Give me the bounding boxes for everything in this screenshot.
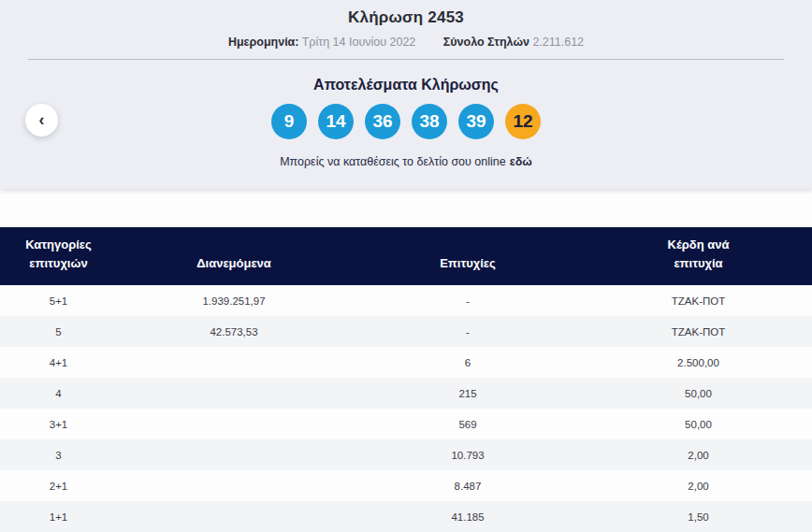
winners-cell: -	[351, 285, 585, 316]
prize-cell: 1,50	[585, 501, 812, 532]
prize-cell: 50,00	[585, 378, 812, 409]
table-row: 3 10.793 2,00	[0, 439, 812, 470]
number-ball: 36	[365, 104, 400, 139]
prize-cell: 50,00	[585, 409, 812, 439]
results-heading: Αποτελέσματα Κλήρωσης	[0, 77, 812, 93]
draw-summary-section: Κλήρωση 2453 Ημερομηνία: Τρίτη 14 Ιουνίο…	[0, 0, 812, 189]
date-value: Τρίτη 14 Ιουνίου 2022	[302, 36, 416, 49]
prize-categories-table: Κατηγορίες επιτυχιών Διανεμόμενα Επιτυχί…	[0, 227, 812, 532]
winners-cell: 569	[351, 409, 585, 439]
number-ball: 39	[458, 104, 494, 139]
category-cell: 5	[0, 316, 117, 347]
column-header-winners: Επιτυχίες	[351, 227, 585, 285]
winners-cell: -	[351, 316, 585, 347]
column-header-distributed: Διανεμόμενα	[117, 227, 351, 285]
distributed-cell	[117, 409, 351, 439]
winners-cell: 41.185	[351, 501, 585, 532]
number-ball: 38	[412, 104, 447, 139]
distributed-cell: 42.573,53	[117, 316, 351, 347]
draw-title: Κλήρωση 2453	[0, 0, 812, 27]
table-row: 1+1 41.185 1,50	[0, 501, 812, 532]
table-row: 3+1 569 50,00	[0, 409, 812, 439]
chevron-left-icon: ‹	[39, 111, 45, 128]
online-submit-note: Μπορείς να καταθέσεις το δελτίο σου onli…	[0, 155, 812, 168]
total-columns-value: 2.211.612	[532, 36, 584, 49]
distributed-cell	[117, 378, 351, 409]
drawn-numbers-row: 9 14 36 38 39 12	[0, 104, 812, 139]
winners-cell: 6	[351, 347, 585, 378]
category-cell: 5+1	[0, 285, 117, 316]
table-row: 4+1 6 2.500,00	[0, 347, 812, 378]
winners-cell: 215	[351, 378, 585, 409]
date-label: Ημερομηνία:	[228, 36, 299, 49]
distributed-cell	[117, 347, 351, 378]
winners-cell: 8.487	[351, 470, 585, 501]
number-ball: 9	[271, 104, 307, 139]
online-note-text: Μπορείς να καταθέσεις το δελτίο σου onli…	[280, 155, 506, 168]
distributed-cell: 1.939.251,97	[117, 285, 351, 316]
column-header-prize-per-win: Κέρδη ανά επιτυχία	[585, 227, 812, 285]
prize-cell: 2.500,00	[585, 347, 812, 378]
table-row: 4 215 50,00	[0, 378, 812, 409]
distributed-cell	[117, 501, 351, 532]
table-header-row: Κατηγορίες επιτυχιών Διανεμόμενα Επιτυχί…	[0, 227, 812, 285]
prize-cell: ΤΖΑΚ-ΠΟΤ	[585, 316, 812, 347]
category-cell: 1+1	[0, 501, 117, 532]
online-submit-link[interactable]: εδώ	[510, 155, 532, 168]
column-header-categories: Κατηγορίες επιτυχιών	[0, 227, 117, 285]
category-cell: 3+1	[0, 409, 117, 439]
section-gap	[0, 189, 812, 227]
category-cell: 4	[0, 378, 117, 409]
category-cell: 4+1	[0, 347, 117, 378]
prize-cell: ΤΖΑΚ-ΠΟΤ	[585, 285, 812, 316]
winners-cell: 10.793	[351, 439, 585, 470]
distributed-cell	[117, 470, 351, 501]
number-ball: 14	[318, 104, 354, 139]
section-divider	[28, 59, 784, 60]
prize-cell: 2,00	[585, 470, 812, 501]
prize-cell: 2,00	[585, 439, 812, 470]
table-row: 5 42.573,53 - ΤΖΑΚ-ΠΟΤ	[0, 316, 812, 347]
table-row: 5+1 1.939.251,97 - ΤΖΑΚ-ΠΟΤ	[0, 285, 812, 316]
table-row: 2+1 8.487 2,00	[0, 470, 812, 501]
category-cell: 3	[0, 439, 117, 470]
distributed-cell	[117, 439, 351, 470]
total-columns: Σύνολο Στηλών 2.211.612	[443, 36, 584, 49]
lottery-results-page: Κλήρωση 2453 Ημερομηνία: Τρίτη 14 Ιουνίο…	[0, 0, 812, 532]
total-columns-label: Σύνολο Στηλών	[443, 36, 529, 49]
previous-draw-button[interactable]: ‹	[25, 104, 58, 137]
draw-meta-line: Ημερομηνία: Τρίτη 14 Ιουνίου 2022 Σύνολο…	[0, 36, 812, 49]
draw-date: Ημερομηνία: Τρίτη 14 Ιουνίου 2022	[228, 36, 415, 49]
category-cell: 2+1	[0, 470, 117, 501]
joker-number-ball: 12	[505, 104, 541, 139]
